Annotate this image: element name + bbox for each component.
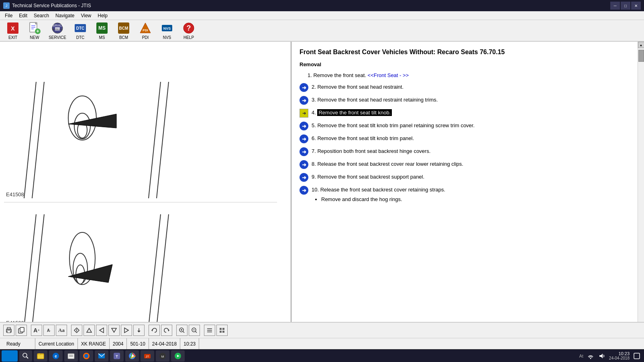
svg-text:?: ? [187,24,191,32]
taskbar-ie[interactable]: e [49,350,63,362]
front-seat-link[interactable]: <<Front Seat - >> [368,72,409,78]
print-button[interactable] [3,325,14,336]
bcm-button[interactable]: BCM BCM [113,21,134,40]
svg-text:T: T [116,354,118,358]
step-2-row: ➜ 2. Remove the front seat head restrain… [300,82,630,92]
taskbar-firefox[interactable] [79,350,93,362]
help-button[interactable]: ? HELP [178,21,199,40]
step-8-row: ➜ 8. Release the front seat backrest cov… [300,159,630,169]
svg-marker-50 [100,328,104,333]
dtc-button[interactable]: DTC DTC [70,21,91,40]
maximize-button[interactable]: □ [621,2,630,10]
svg-rect-79 [38,354,41,355]
taskbar-sound-icon[interactable] [598,352,606,360]
step-7-text: 7. Reposition both front seat backrest h… [312,146,630,155]
taskbar-explorer[interactable] [34,350,47,362]
start-button[interactable] [2,350,18,362]
service-icon: SERVICEMANUAL [51,22,64,35]
pdi-icon: PDI [139,22,152,35]
taskbar-search[interactable] [19,350,32,362]
document-title: Front Seat Backrest Cover Vehicles Witho… [300,48,630,57]
svg-point-98 [590,358,591,359]
taskbar-notification-icon[interactable] [633,352,641,360]
taskbar-files[interactable] [64,350,78,362]
ms-button[interactable]: MS MS [92,21,112,40]
svg-text:MANUAL: MANUAL [52,28,63,31]
service-label: SERVICE [49,35,66,40]
svg-rect-78 [37,354,44,359]
redo-button[interactable] [161,325,172,336]
step-4-highlighted: Remove the front seat tilt knob. [317,109,392,116]
svg-rect-46 [20,327,24,332]
svg-line-37 [32,214,44,322]
scroll-up-button[interactable]: ▲ [638,42,644,48]
pdi-button[interactable]: PDI PDI [135,21,156,40]
list-view-button[interactable] [204,325,215,336]
svg-rect-69 [220,331,222,333]
minimize-button[interactable]: ─ [610,2,620,10]
step-3-text: 3. Remove the front seat head restraint … [312,95,630,104]
nvs-button[interactable]: NVS NVS [157,21,177,40]
step-10-row: ➜ 10. Release the front seat backrest co… [300,185,630,203]
close-button[interactable]: ✕ [631,2,641,10]
exit-button[interactable]: X EXIT [2,21,23,40]
section-heading: Removal [300,61,630,67]
copy-button[interactable] [16,325,27,336]
font-button[interactable]: Aa [56,325,67,336]
rotate-up-button[interactable] [84,325,95,336]
svg-text:PDI: PDI [143,28,148,32]
svg-text:NVS: NVS [163,26,171,31]
taskbar-teams[interactable]: T [110,350,124,362]
text-smaller-button[interactable]: A- [43,325,55,336]
service-button[interactable]: SERVICEMANUAL SERVICE [46,21,69,40]
undo-button[interactable] [149,325,160,336]
menu-file[interactable]: File [2,12,16,19]
step-3-icon: ➜ [300,96,308,105]
blue-arrow-icon-10: ➜ [300,186,308,195]
menu-edit[interactable]: Edit [16,12,31,19]
status-code: 501-10 [127,338,149,349]
new-button[interactable]: + NEW [24,21,45,40]
blue-arrow-icon-5: ➜ [300,122,308,130]
status-year: 2004 [110,338,127,349]
status-range: XK RANGE [78,338,110,349]
svg-marker-99 [599,354,603,358]
diagram-svg: E41508 E41509 [4,46,277,322]
zoom-fit-button[interactable] [71,325,82,336]
zoom-out-button[interactable] [189,325,200,336]
help-label: HELP [183,35,194,40]
menu-search[interactable]: Search [31,12,52,19]
svg-marker-32 [68,114,116,128]
taskbar-app2[interactable]: M [156,350,169,362]
rotate-down-button[interactable] [108,325,120,336]
rotate-btn2[interactable] [96,325,107,336]
taskbar-chrome[interactable] [125,350,139,362]
scroll-thumb[interactable] [638,50,644,62]
new-icon: + [28,22,41,35]
taskbar: e T JT M At 10:23 24-04-2018 [0,349,644,362]
bullet-item-1: Remove and discard the hog rings. [321,195,630,203]
taskbar-media[interactable] [171,350,185,362]
taskbar-app1[interactable]: JT [141,350,154,362]
right-scrollbar[interactable]: ▲ [638,42,644,322]
taskbar-right: At 10:23 24-04-2018 [579,351,642,360]
svg-marker-49 [87,328,92,332]
taskbar-network-icon[interactable] [587,352,595,360]
rotate-btn4[interactable] [121,325,132,336]
menu-help[interactable]: Help [94,12,111,19]
status-date: 24-04-2018 [149,338,180,349]
menu-view[interactable]: View [77,12,94,19]
rotate-bottom-button[interactable] [133,325,145,336]
grid-view-button[interactable] [216,325,228,336]
menu-navigate[interactable]: Navigate [52,12,77,19]
step-4-icon: ➜ [300,109,308,118]
taskbar-time: 10:23 [609,351,630,356]
ms-icon: MS [96,22,108,35]
taskbar-outlook[interactable] [95,350,108,362]
step-2-icon: ➜ [300,83,308,92]
text-bigger-button[interactable]: A+ [31,325,42,336]
diagram2-label: E41509 [6,320,24,322]
status-time: 10:23 [180,338,199,349]
zoom-in-button[interactable] [176,325,187,336]
title-bar-controls[interactable]: ─ □ ✕ [610,2,641,10]
